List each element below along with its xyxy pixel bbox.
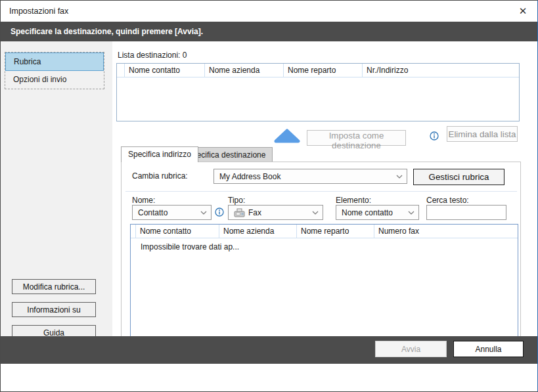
chevron-down-icon <box>408 211 415 215</box>
footer-bar: Avvia Annulla <box>1 336 537 364</box>
chevron-down-icon <box>312 211 319 215</box>
empty-results-message: Impossibile trovare dati ap... <box>131 238 518 251</box>
start-button[interactable]: Avvia <box>375 341 447 357</box>
column-header-nr-indirizzo[interactable]: Nr./Indirizzo <box>363 64 519 77</box>
move-up-arrow-icon <box>273 129 301 143</box>
info-icon[interactable] <box>215 207 224 217</box>
manage-address-book-button[interactable]: Gestisci rubrica <box>413 169 504 185</box>
sidebar-item-label: Rubrica <box>14 57 41 66</box>
address-book-select[interactable]: My Address Book <box>213 169 407 184</box>
element-select-value: Nome contatto <box>342 208 393 217</box>
name-select[interactable]: Contatto <box>132 205 212 220</box>
tab-specifica-indirizzo[interactable]: Specifica indirizzo <box>121 146 198 162</box>
column-header-nome-reparto[interactable]: Nome reparto <box>297 225 374 238</box>
tab-label: Specifica destinazione <box>187 150 265 160</box>
name-select-value: Contatto <box>138 208 168 217</box>
column-header-nome-azienda[interactable]: Nome azienda <box>219 225 297 238</box>
results-table-header: Nome contatto Nome azienda Nome reparto … <box>131 225 518 238</box>
cancel-button[interactable]: Annulla <box>453 341 524 357</box>
element-label: Elemento: <box>336 196 371 205</box>
element-select[interactable]: Nome contatto <box>336 205 419 220</box>
address-panel: Cambia rubrica: My Address Book Gestisci… <box>121 162 521 355</box>
window-title: Impostazioni fax <box>1 7 68 16</box>
name-label: Nome: <box>132 196 155 205</box>
type-select[interactable]: Fax <box>228 205 323 220</box>
instruction-text: Specificare la destinazione, quindi prem… <box>11 27 203 36</box>
close-icon: ✕ <box>519 5 527 16</box>
type-select-value: Fax <box>248 208 261 217</box>
destination-table-body[interactable] <box>117 77 519 121</box>
sidebar: Rubrica Opzioni di invio Modifica rubric… <box>1 41 112 364</box>
instruction-banner: Specificare la destinazione, quindi prem… <box>1 22 537 41</box>
selector-column-header <box>117 64 125 77</box>
divider <box>125 191 517 192</box>
delete-from-list-button[interactable]: Elimina dalla lista <box>447 126 518 142</box>
close-button[interactable]: ✕ <box>508 1 537 22</box>
search-results-table[interactable]: Nome contatto Nome azienda Nome reparto … <box>130 224 518 351</box>
sidebar-item-rubrica[interactable]: Rubrica <box>5 53 104 71</box>
column-header-numero-fax[interactable]: Numero fax <box>374 225 518 238</box>
destination-table-header: Nome contatto Nome azienda Nome reparto … <box>117 64 519 77</box>
informazioni-su-button[interactable]: Informazioni su <box>12 302 96 317</box>
sidebar-nav: Rubrica Opzioni di invio <box>5 52 104 89</box>
selector-column-header <box>131 225 136 238</box>
sidebar-item-opzioni-di-invio[interactable]: Opzioni di invio <box>5 71 104 89</box>
search-text-input[interactable] <box>426 205 506 220</box>
column-header-nome-contatto[interactable]: Nome contatto <box>136 225 219 238</box>
destination-list-table[interactable]: Nome contatto Nome azienda Nome reparto … <box>116 63 520 121</box>
chevron-down-icon <box>200 211 207 215</box>
chevron-down-icon <box>396 175 403 179</box>
column-header-nome-azienda[interactable]: Nome azienda <box>205 64 284 77</box>
dialog-body: Rubrica Opzioni di invio Modifica rubric… <box>1 41 537 364</box>
fax-settings-dialog: Impostazioni fax ✕ Specificare la destin… <box>0 0 538 392</box>
column-header-nome-reparto[interactable]: Nome reparto <box>284 64 363 77</box>
sidebar-item-label: Opzioni di invio <box>13 75 66 84</box>
change-book-label: Cambia rubrica: <box>132 171 188 181</box>
title-bar: Impostazioni fax ✕ <box>1 1 537 22</box>
search-text-label: Cerca testo: <box>426 196 469 205</box>
column-header-nome-contatto[interactable]: Nome contatto <box>125 64 205 77</box>
fax-icon <box>234 208 245 217</box>
info-icon[interactable] <box>430 131 439 141</box>
modifica-rubrica-button[interactable]: Modifica rubrica... <box>12 279 96 294</box>
address-book-value: My Address Book <box>219 172 280 181</box>
destination-list-label: Lista destinazioni: 0 <box>118 51 187 60</box>
tab-label: Specifica indirizzo <box>128 150 191 159</box>
set-as-destination-button[interactable]: Imposta come destinazione <box>307 130 406 146</box>
type-label: Tipo: <box>228 196 245 205</box>
